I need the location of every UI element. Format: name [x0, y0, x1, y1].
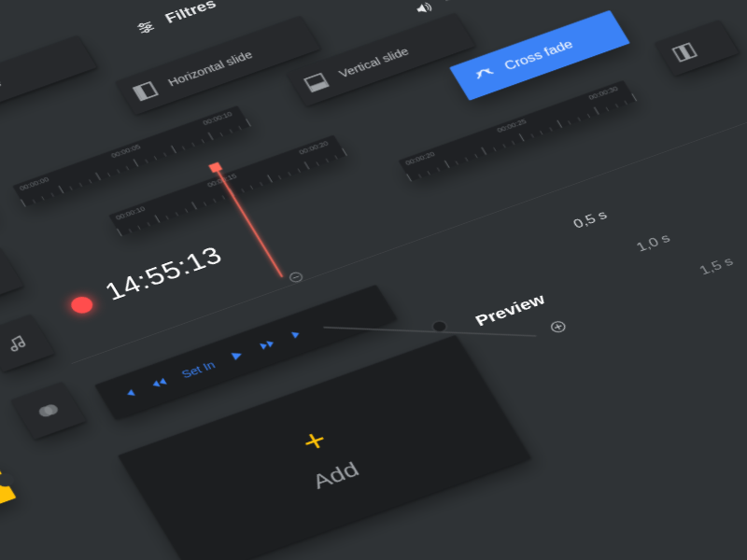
svg-line-13: [293, 276, 299, 278]
svg-line-15: [555, 326, 561, 329]
music-icon: [3, 332, 31, 354]
svg-point-7: [145, 29, 149, 33]
svg-marker-9: [484, 68, 492, 76]
svg-point-14: [549, 320, 567, 334]
tool-text[interactable]: T: [0, 246, 23, 304]
zoom-in-icon[interactable]: [546, 317, 570, 335]
timeline-ruler-3[interactable]: 00:00:20 00:00:25 00:00:30: [398, 80, 636, 182]
timecode: 14:55:13: [100, 242, 228, 306]
duration-option[interactable]: 1,0 s: [634, 203, 747, 256]
forward-icon[interactable]: [257, 336, 278, 352]
overlap-icon: [33, 399, 63, 422]
volume-icon: [411, 0, 434, 17]
zoom-out-icon[interactable]: [286, 269, 309, 287]
record-indicator: [68, 294, 96, 315]
rewind-icon[interactable]: [148, 375, 170, 391]
sliders-icon: [134, 18, 157, 35]
svg-marker-8: [475, 71, 484, 78]
svg-line-16: [557, 324, 559, 329]
filters-heading: Filtres: [134, 0, 219, 37]
add-label: Add: [307, 457, 363, 494]
zoom-slider[interactable]: [299, 212, 508, 287]
duration-options: 0,5 s 1,0 s 1,5 s 2,0 s: [571, 164, 747, 344]
compilation-chip[interactable]: mpilation.: [0, 462, 16, 560]
vertical-slide-icon: [303, 73, 330, 92]
set-in-button[interactable]: Set In: [179, 358, 218, 380]
filter-select-none[interactable]: None: [0, 35, 97, 125]
skip-start-icon[interactable]: [118, 386, 139, 402]
skip-end-icon[interactable]: [288, 326, 309, 342]
tool-music[interactable]: [0, 315, 55, 372]
transition-vertical[interactable]: Vertical slide: [287, 13, 475, 106]
preview-heading: Preview: [472, 290, 549, 330]
tool-overlap[interactable]: [10, 382, 86, 440]
svg-point-5: [139, 23, 144, 27]
plus-icon: +: [296, 425, 333, 459]
zoom-thumb[interactable]: [429, 318, 450, 334]
transition-extra[interactable]: [655, 20, 740, 76]
play-icon[interactable]: [226, 347, 247, 363]
duration-option[interactable]: 1,5 s: [697, 240, 747, 278]
extra-icon: [671, 42, 698, 62]
crossfade-icon: [473, 66, 497, 84]
filter-select-label: None: [0, 77, 4, 99]
svg-point-6: [146, 24, 150, 28]
